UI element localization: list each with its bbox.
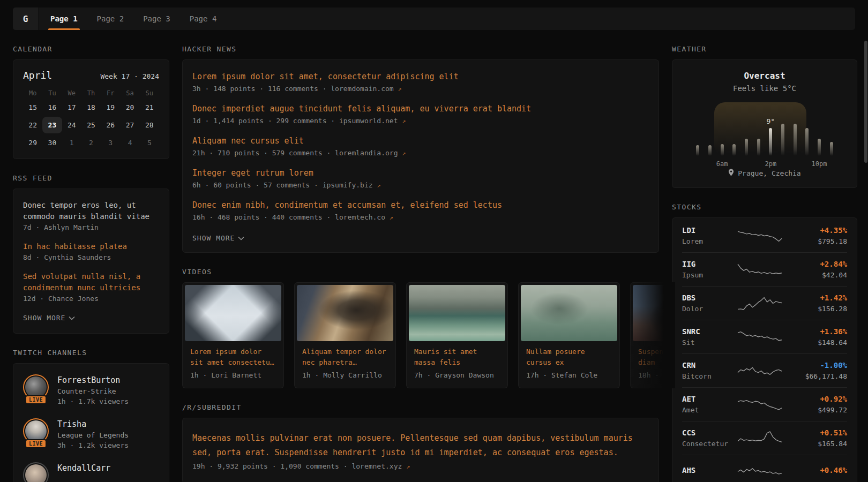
live-badge: LIVE xyxy=(25,395,47,404)
stock-sparkline xyxy=(736,462,784,480)
weather-bar xyxy=(805,128,809,156)
rss-item-link[interactable]: Sed volutpat nulla nisl, a condimentum n… xyxy=(23,271,159,293)
avatar xyxy=(25,464,47,482)
left-column: CALENDAR April Week 17 · 2024 MoTuWeThFr… xyxy=(13,30,169,482)
video-meta: 18h · Tara xyxy=(638,371,675,379)
location-pin-icon xyxy=(728,169,734,178)
nav-tab[interactable]: Page 3 xyxy=(143,7,170,30)
external-link-icon[interactable]: ↗ xyxy=(406,463,410,470)
stock-id: CCS Consectetur xyxy=(682,428,736,448)
video-title-link[interactable]: Mauris sit amet massa felis xyxy=(414,347,500,368)
calendar-day: 23 xyxy=(42,117,62,133)
calendar-day: 2 xyxy=(81,134,101,151)
external-link-icon[interactable]: ↗ xyxy=(402,117,406,125)
dashboard-page: G Page 1 Page 2 Page 3 Page 4 CALENDAR A… xyxy=(0,0,868,482)
stock-values: +4.35% $795.18 xyxy=(784,226,847,245)
rss-item-meta: 12d · Chance Jones xyxy=(23,295,159,303)
video-title-link[interactable]: Aliquam tempor dolor nec pharetra… xyxy=(302,347,388,368)
live-badge: LIVE xyxy=(25,439,47,448)
video-title-link[interactable]: Suspendisse diam xyxy=(638,347,675,368)
stock-row[interactable]: AHS +0.46% xyxy=(682,455,847,482)
stock-price: $165.84 xyxy=(784,440,847,448)
hackernews-item-link[interactable]: Donec imperdiet augue tincidunt felis al… xyxy=(192,104,649,114)
video-meta: 1h · Molly Carrillo xyxy=(302,371,388,379)
hackernews-list: Lorem ipsum dolor sit amet, consectetur … xyxy=(192,72,649,221)
video-card[interactable]: Aliquam tempor dolor nec pharetra… 1h · … xyxy=(294,282,396,388)
weather-bar-column: 10pm xyxy=(813,107,826,156)
external-link-icon[interactable]: ↗ xyxy=(390,214,393,221)
stock-symbol: AHS xyxy=(682,466,736,475)
video-body: Nullam posuere cursus ex 17h · Stefan Co… xyxy=(521,341,617,386)
stock-row[interactable]: LDI Lorem +4.35% $795.18 xyxy=(682,219,847,252)
twitch-channel-row[interactable]: LIVE ForrestBurton Counter-Strike 1h · 1… xyxy=(23,374,159,405)
stock-row[interactable]: CRN Bitcorn -1.00% $66,171.48 xyxy=(682,353,847,387)
stock-sparkline xyxy=(736,395,784,413)
stock-id: SNRC Sit xyxy=(682,327,736,347)
hackernews-item-link[interactable]: Donec enim nibh, condimentum et accumsan… xyxy=(192,200,649,210)
nav-tab[interactable]: Page 1 xyxy=(50,7,78,30)
stock-row[interactable]: IIG Ipsum +2.84% $42.04 xyxy=(682,252,847,286)
subreddit-post-meta-text: 19h · 9,932 points · 1,090 comments · lo… xyxy=(192,462,402,470)
video-card[interactable]: Suspendisse diam 18h · Tara xyxy=(630,282,675,388)
video-meta: 1h · Lori Barnett xyxy=(190,371,276,379)
video-card[interactable]: Lorem ipsum dolor sit amet consectetu… 1… xyxy=(182,282,284,388)
calendar-card: April Week 17 · 2024 MoTuWeThFrSaSu 1516… xyxy=(13,59,169,159)
stock-name: Sit xyxy=(682,338,736,347)
weather-bar xyxy=(696,145,699,156)
video-card[interactable]: Nullam posuere cursus ex 17h · Stefan Co… xyxy=(518,282,620,388)
stock-values: +0.92% $499.72 xyxy=(784,395,847,414)
stock-sparkline xyxy=(736,294,784,312)
stock-row[interactable]: CCS Consectetur +0.51% $165.84 xyxy=(682,421,847,455)
twitch-card: LIVE ForrestBurton Counter-Strike 1h · 1… xyxy=(13,363,169,482)
stock-sparkline xyxy=(736,260,784,278)
twitch-avatar-wrap: LIVE xyxy=(23,462,49,482)
twitch-widget-title: TWITCH CHANNELS xyxy=(13,349,169,357)
external-link-icon[interactable]: ↗ xyxy=(377,182,380,189)
subreddit-card: Maecenas mollis pulvinar erat non posuer… xyxy=(182,418,659,482)
weather-feels-like: Feels like 5°C xyxy=(681,84,848,93)
rss-item-link[interactable]: In hac habitasse platea xyxy=(23,241,159,252)
stock-sparkline xyxy=(736,429,784,447)
external-link-icon[interactable]: ↗ xyxy=(402,149,406,157)
app-logo[interactable]: G xyxy=(13,7,39,30)
twitch-channel-row[interactable]: LIVE Trisha League of Legends 3h · 1.2k … xyxy=(23,418,159,449)
nav-tab-label: Page 1 xyxy=(50,14,78,23)
stock-name: Consectetur xyxy=(682,440,736,448)
stock-row[interactable]: DBS Dolor +1.42% $156.28 xyxy=(682,286,847,320)
hackernews-item-link[interactable]: Lorem ipsum dolor sit amet, consectetur … xyxy=(192,72,649,82)
video-card[interactable]: Mauris sit amet massa felis 7h · Grayson… xyxy=(406,282,508,388)
hackernews-show-more-button[interactable]: SHOW MORE xyxy=(192,234,244,242)
video-title-link[interactable]: Nullam posuere cursus ex xyxy=(526,347,612,368)
video-body: Aliquam tempor dolor nec pharetra… 1h · … xyxy=(297,341,393,386)
hackernews-item-link[interactable]: Integer eget rutrum lorem xyxy=(192,168,649,178)
nav-tab[interactable]: Page 2 xyxy=(97,7,124,30)
page-scrollbar-thumb[interactable] xyxy=(864,41,867,163)
rss-item: Sed volutpat nulla nisl, a condimentum n… xyxy=(23,271,159,303)
nav-tab[interactable]: Page 4 xyxy=(190,7,217,30)
stock-row[interactable]: SNRC Sit +1.36% $148.64 xyxy=(682,320,847,353)
page-tabs: Page 1 Page 2 Page 3 Page 4 xyxy=(50,7,216,30)
rss-item: Donec tempor eros leo, ut commodo mauris… xyxy=(23,200,159,231)
nav-tab-label: Page 4 xyxy=(190,14,217,23)
stock-values: +0.46% xyxy=(784,466,847,477)
stock-row[interactable]: AET Amet +0.92% $499.72 xyxy=(682,387,847,421)
weather-bar-column xyxy=(825,107,837,156)
hackernews-item-link[interactable]: Aliquam nec cursus elit xyxy=(192,136,649,146)
calendar-day: 24 xyxy=(62,117,81,133)
calendar-day: 5 xyxy=(140,134,159,151)
twitch-channel-row[interactable]: LIVE KendallCarr xyxy=(23,462,159,482)
stock-change-percent: +0.51% xyxy=(784,428,847,437)
hackernews-show-more-label: SHOW MORE xyxy=(192,234,235,242)
hackernews-item-meta-text: 3h · 148 points · 116 comments · loremdo… xyxy=(192,85,394,93)
video-title-link[interactable]: Lorem ipsum dolor sit amet consectetu… xyxy=(190,347,276,368)
avatar xyxy=(25,420,47,442)
weather-bar xyxy=(721,144,724,156)
stock-id: AET Amet xyxy=(682,395,736,414)
external-link-icon[interactable]: ↗ xyxy=(398,85,402,93)
subreddit-post-link[interactable]: Maecenas mollis pulvinar erat non posuer… xyxy=(192,431,649,460)
calendar-day: 22 xyxy=(23,117,42,133)
right-column: WEATHER Overcast Feels like 5°C xyxy=(672,30,857,482)
stock-symbol: LDI xyxy=(682,226,736,235)
rss-item-link[interactable]: Donec tempor eros leo, ut commodo mauris… xyxy=(23,200,159,222)
rss-show-more-button[interactable]: SHOW MORE xyxy=(23,314,75,322)
